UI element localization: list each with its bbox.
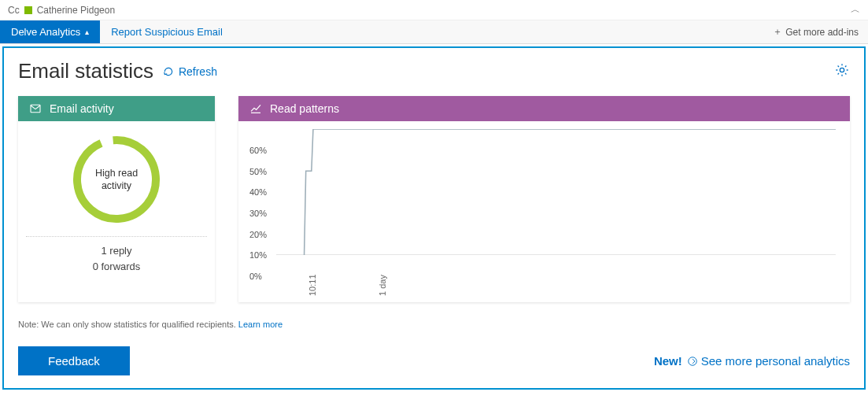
svg-point-106 — [688, 357, 696, 365]
y-axis-tick: 50% — [249, 167, 267, 176]
refresh-label: Refresh — [179, 65, 217, 78]
svg-point-0 — [840, 68, 844, 72]
plus-icon: ＋ — [773, 25, 782, 39]
panel-header: Email statistics Refresh — [18, 59, 850, 83]
refresh-icon — [163, 66, 174, 77]
card-header-patterns: Read patterns — [238, 96, 850, 121]
delve-panel: Email statistics Refresh Email activi — [2, 46, 866, 390]
external-link-icon — [687, 356, 698, 367]
note-line: Note: We can only show statistics for qu… — [18, 320, 850, 329]
addins-label: Get more add-ins — [785, 27, 859, 38]
new-badge: New! — [654, 354, 682, 368]
tab-delve-analytics[interactable]: Delve Analytics ▴ — [0, 20, 100, 43]
user-name: Catherine Pidgeon — [37, 5, 115, 16]
envelope-icon — [29, 102, 42, 115]
tab-report-suspicious[interactable]: Report Suspicious Email — [100, 20, 234, 43]
read-patterns-chart: 0%10%20%30%40%50%60%10:111 day — [249, 129, 839, 271]
read-patterns-card: Read patterns 0%10%20%30%40%50%60%10:111… — [238, 96, 850, 302]
feedback-button[interactable]: Feedback — [18, 346, 130, 375]
x-axis-tick: 1 day — [378, 275, 387, 296]
divider — [26, 236, 207, 237]
footer-row: Feedback New! See more personal analytic… — [18, 346, 850, 375]
see-more-analytics-link[interactable]: See more personal analytics — [687, 354, 850, 368]
card-title: Email activity — [50, 102, 114, 115]
card-header-activity: Email activity — [18, 96, 215, 121]
gear-icon — [834, 62, 850, 78]
y-axis-tick: 30% — [249, 209, 267, 218]
activity-body: High read activity 1 reply 0 forwards — [18, 121, 215, 282]
x-axis-tick: 10:11 — [308, 274, 317, 296]
plot-area — [276, 129, 836, 255]
chart-series-line — [305, 129, 836, 255]
tab-label: Report Suspicious Email — [111, 26, 223, 38]
learn-more-link[interactable]: Learn more — [238, 320, 283, 329]
refresh-button[interactable]: Refresh — [163, 65, 217, 78]
chevron-up-icon: ▴ — [85, 28, 89, 36]
page-title: Email statistics — [18, 59, 153, 83]
addin-tab-bar: Delve Analytics ▴ Report Suspicious Emai… — [0, 20, 868, 44]
see-more-label: See more personal analytics — [701, 354, 850, 368]
y-axis-tick: 10% — [249, 250, 267, 260]
y-axis-tick: 20% — [249, 230, 267, 239]
chart-line-icon — [249, 102, 262, 115]
tab-label: Delve Analytics — [11, 26, 80, 38]
x-axis-labels: 10:111 day — [276, 272, 836, 296]
donut-label: High read activity — [69, 132, 164, 227]
forward-count: 0 forwards — [26, 259, 207, 275]
email-activity-card: Email activity High read activity 1 repl — [18, 96, 215, 302]
collapse-caret-icon[interactable]: ︿ — [851, 3, 860, 17]
cc-label: Cc — [8, 5, 20, 16]
activity-donut: High read activity — [69, 132, 164, 227]
y-axis-tick: 60% — [249, 146, 267, 155]
patterns-body: 0%10%20%30%40%50%60%10:111 day — [238, 121, 850, 302]
get-more-addins[interactable]: ＋ Get more add-ins — [763, 20, 868, 43]
note-text: Note: We can only show statistics for qu… — [18, 320, 238, 329]
card-title: Read patterns — [270, 102, 339, 115]
settings-button[interactable] — [834, 62, 850, 80]
y-axis-tick: 40% — [249, 187, 267, 197]
presence-indicator-icon — [24, 6, 32, 14]
card-row: Email activity High read activity 1 repl — [18, 96, 850, 302]
reply-count: 1 reply — [26, 243, 207, 259]
cc-bar: Cc Catherine Pidgeon ︿ — [0, 0, 868, 20]
y-axis-tick: 0% — [249, 272, 262, 281]
